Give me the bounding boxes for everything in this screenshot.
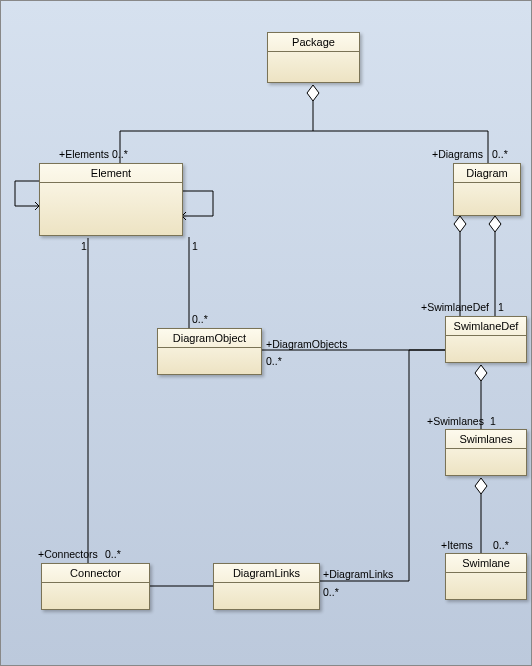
label-connectors-role: +Connectors: [38, 548, 98, 560]
class-package[interactable]: Package: [267, 32, 360, 83]
label-connectors-mult: 0..*: [105, 548, 121, 560]
class-swimlanes-name: Swimlanes: [446, 430, 526, 449]
label-elem-1a: 1: [81, 240, 87, 252]
label-swimlanedef-mult: 1: [498, 301, 504, 313]
class-swimlanedef[interactable]: SwimlaneDef: [445, 316, 527, 363]
class-package-name: Package: [268, 33, 359, 52]
label-diaglinks-mult: 0..*: [323, 586, 339, 598]
class-swimlane[interactable]: Swimlane: [445, 553, 527, 600]
class-diagram-name: Diagram: [454, 164, 520, 183]
label-items-mult: 0..*: [493, 539, 509, 551]
class-diagramobject-name: DiagramObject: [158, 329, 261, 348]
label-diagobj-mult2: 0..*: [266, 355, 282, 367]
class-diagramlinks[interactable]: DiagramLinks: [213, 563, 320, 610]
label-elements-role: +Elements: [59, 148, 109, 160]
diamond-package: [307, 85, 319, 101]
class-diagramlinks-name: DiagramLinks: [214, 564, 319, 583]
class-swimlanedef-name: SwimlaneDef: [446, 317, 526, 336]
diamond-swimlanes: [475, 478, 487, 494]
label-diaglinks-role: +DiagramLinks: [323, 568, 393, 580]
class-swimlane-name: Swimlane: [446, 554, 526, 573]
label-diagrams-mult: 0..*: [492, 148, 508, 160]
label-swimlanes-mult: 1: [490, 415, 496, 427]
diamond-swimlanedef: [475, 365, 487, 381]
label-elem-1b: 1: [192, 240, 198, 252]
label-diagobj-role: +DiagramObjects: [266, 338, 347, 350]
class-diagram[interactable]: Diagram: [453, 163, 521, 216]
label-elements-mult: 0..*: [112, 148, 128, 160]
diagram-canvas: Package Element Diagram DiagramObject Sw…: [0, 0, 532, 666]
class-diagramobject[interactable]: DiagramObject: [157, 328, 262, 375]
class-swimlanes[interactable]: Swimlanes: [445, 429, 527, 476]
class-connector-name: Connector: [42, 564, 149, 583]
diamond-diagram-right: [489, 216, 501, 232]
class-element-name: Element: [40, 164, 182, 183]
label-swimlanedef-role: +SwimlaneDef: [421, 301, 489, 313]
label-diagobj-mult: 0..*: [192, 313, 208, 325]
label-swimlanes-role: +Swimlanes: [427, 415, 484, 427]
label-items-role: +Items: [441, 539, 473, 551]
label-diagrams-role: +Diagrams: [432, 148, 483, 160]
class-element[interactable]: Element: [39, 163, 183, 236]
class-connector[interactable]: Connector: [41, 563, 150, 610]
diamond-diagram-left: [454, 216, 466, 232]
